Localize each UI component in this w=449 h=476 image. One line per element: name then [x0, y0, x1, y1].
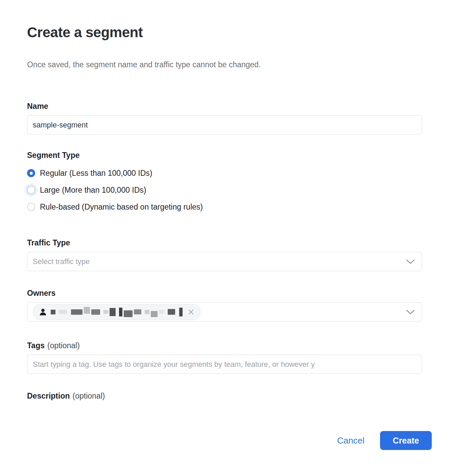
description-label-text: Description: [27, 391, 70, 400]
radio-unselected-icon[interactable]: [27, 186, 35, 194]
segment-type-label: Segment Type: [27, 151, 422, 160]
traffic-type-label: Traffic Type: [27, 238, 422, 247]
owner-chip-redacted-text: [51, 307, 183, 317]
description-label: Description(optional): [27, 391, 422, 401]
radio-option-label: Rule-based (Dynamic based on targeting r…: [40, 203, 203, 212]
person-icon: [39, 308, 47, 316]
tags-label: Tags(optional): [27, 341, 422, 350]
description-optional-suffix: (optional): [73, 391, 105, 400]
traffic-type-placeholder: Select traffic type: [33, 257, 90, 266]
traffic-type-select[interactable]: Select traffic type: [27, 252, 422, 271]
dialog-footer: Cancel Create: [0, 403, 449, 476]
close-icon[interactable]: [188, 309, 194, 315]
radio-option-rule-based[interactable]: Rule-based (Dynamic based on targeting r…: [27, 198, 422, 215]
tags-optional-suffix: (optional): [47, 341, 80, 350]
create-button[interactable]: Create: [380, 431, 432, 450]
tags-input[interactable]: [27, 355, 422, 374]
owners-select[interactable]: [27, 302, 422, 322]
radio-option-regular[interactable]: Regular (Less than 100,000 IDs): [27, 165, 422, 182]
chevron-down-icon: [406, 309, 415, 315]
segment-type-radio-group: Regular (Less than 100,000 IDs) Large (M…: [27, 165, 422, 215]
tags-label-text: Tags: [27, 341, 45, 350]
radio-unselected-icon[interactable]: [27, 203, 35, 211]
owner-chip: [33, 304, 200, 320]
create-segment-dialog: Create a segment Once saved, the segment…: [0, 0, 449, 403]
radio-option-label: Large (More than 100,000 IDs): [40, 186, 146, 195]
radio-option-label: Regular (Less than 100,000 IDs): [40, 169, 152, 178]
owners-label: Owners: [27, 289, 422, 298]
radio-option-large[interactable]: Large (More than 100,000 IDs): [27, 182, 422, 198]
page-title: Create a segment: [27, 0, 422, 41]
name-label: Name: [27, 102, 422, 111]
radio-selected-icon[interactable]: [27, 169, 35, 177]
chevron-down-icon: [406, 259, 415, 264]
segment-name-input[interactable]: [27, 115, 422, 135]
dialog-subtitle: Once saved, the segment name and traffic…: [27, 41, 422, 69]
cancel-button[interactable]: Cancel: [337, 435, 364, 446]
